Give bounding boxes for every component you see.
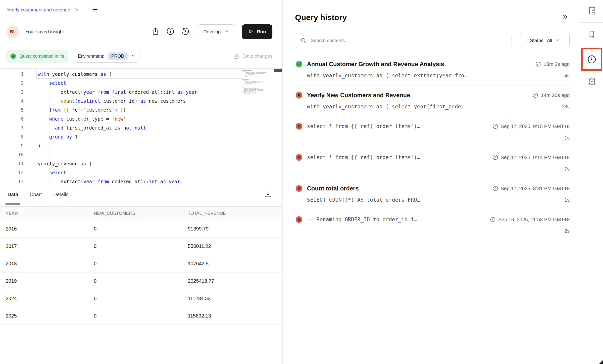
status-filter-value: All: [547, 38, 552, 43]
line-number: 5: [0, 105, 24, 114]
save-changes-button[interactable]: Save changes: [233, 53, 272, 60]
share-button[interactable]: [151, 27, 160, 37]
history-item[interactable]: -- Renaming ORDER_ID to order_id i…Sep 1…: [295, 210, 570, 241]
table-cell: 0: [94, 296, 188, 301]
develop-dropdown[interactable]: Develop: [197, 24, 235, 39]
run-label: Run: [257, 29, 266, 35]
history-item-row2: SELECT COUNT(*) AS total_orders FRO…1s: [295, 196, 570, 203]
status-filter-dropdown[interactable]: Status All: [520, 33, 570, 48]
download-icon: [264, 190, 272, 199]
table-row[interactable]: 20240111234.53: [0, 290, 282, 307]
line-number: 6: [0, 114, 24, 123]
chevron-down-icon: [131, 53, 136, 59]
history-item[interactable]: Annual Customer Growth and Revenue Analy…: [295, 55, 570, 86]
error-status-icon: [295, 184, 303, 192]
info-button[interactable]: [166, 27, 175, 37]
history-item-time: Sep 17, 2025, 9:15 PM GMT+8: [492, 123, 570, 129]
clock-icon: [532, 92, 538, 98]
clock-icon: [492, 123, 498, 129]
collapse-panel-button[interactable]: [560, 12, 570, 22]
history-item-preview: with yearly_customers as ( select extrac…: [307, 73, 564, 79]
new-tab-button[interactable]: [92, 6, 98, 14]
save-label: Save changes: [243, 53, 272, 59]
check-circle-icon: [10, 53, 16, 59]
rail-item-notebook[interactable]: [580, 6, 603, 15]
minimap-content: with yearly_customers as ( select extrac…: [242, 70, 275, 94]
right-icon-rail: [580, 0, 603, 364]
table-cell: 115892.13: [188, 313, 282, 319]
tab-yearly-customers-and-revenue[interactable]: Yearly customers and revenue: [0, 0, 86, 20]
run-button[interactable]: Run: [242, 24, 272, 39]
history-item[interactable]: Count total ordersSep 17, 2025, 8:31 PM …: [295, 179, 570, 210]
environment-selector[interactable]: Environment: PROD: [74, 50, 140, 63]
rail-item-bookmark[interactable]: [580, 30, 603, 39]
rail-item-clock-active[interactable]: [581, 48, 602, 71]
history-item-preview: SELECT COUNT(*) AS total_orders FRO…: [307, 197, 564, 203]
corner-cursor-mark: [599, 360, 603, 364]
results-tab-details[interactable]: Details: [53, 183, 68, 206]
tab-label: Yearly customers and revenue: [6, 7, 70, 13]
line-number: 9: [0, 141, 24, 150]
close-icon[interactable]: [74, 7, 79, 12]
table-cell: 107642.5: [188, 261, 282, 267]
table-row[interactable]: 20170550011.22: [0, 238, 282, 255]
history-item[interactable]: Yearly New Customers and Revenue14m 20s …: [295, 86, 570, 117]
history-item[interactable]: select * from {{ ref("order_items")…Sep …: [295, 117, 570, 148]
table-cell: 111234.53: [188, 296, 282, 301]
table-cell: 2017: [0, 243, 94, 249]
results-table-header: YEARNEW_CUSTOMERSTOTAL_REVENUE: [0, 206, 282, 220]
success-status-icon: [295, 60, 303, 68]
table-cell: 2024: [0, 296, 94, 301]
history-item-time: 14m 20s ago: [532, 92, 570, 98]
insight-title: Your saved insight: [25, 29, 64, 35]
table-row[interactable]: 20180107642.5: [0, 255, 282, 273]
history-icon: [181, 27, 190, 37]
history-item[interactable]: select * from {{ ref("order_items")…Sep …: [295, 148, 570, 179]
search-icon: [300, 37, 307, 44]
download-results-button[interactable]: [263, 190, 273, 200]
editor-gutter: 12345678910111213: [0, 69, 36, 183]
table-cell: 0: [94, 243, 188, 249]
table-cell: 2016: [0, 226, 94, 232]
table-row[interactable]: 2016091399.79: [0, 220, 282, 238]
sql-editor[interactable]: 12345678910111213 with yearly_customers …: [0, 69, 282, 183]
table-cell: 2025: [0, 313, 94, 319]
save-icon: [233, 53, 240, 60]
table-row[interactable]: 201902025418.77: [0, 273, 282, 290]
history-item-preview: select * from {{ ref("order_items")…: [307, 123, 488, 129]
history-item-row1: Annual Customer Growth and Revenue Analy…: [295, 60, 570, 68]
history-item-duration: 2s: [564, 228, 570, 234]
results-tab-chart[interactable]: Chart: [30, 183, 42, 206]
search-input[interactable]: [311, 38, 506, 43]
editor-minimap[interactable]: with yearly_customers as ( select extrac…: [242, 70, 275, 180]
history-item-row1: select * from {{ ref("order_items")…Sep …: [295, 122, 570, 130]
history-item-duration: 13s: [562, 104, 570, 110]
history-item-preview: select * from {{ ref("order_items")…: [307, 154, 488, 160]
history-item-duration: 1s: [564, 197, 570, 203]
query-status-badge: Query completed in 4s: [6, 50, 68, 63]
line-number: 2: [0, 79, 24, 88]
editor-scrollbar-thumb[interactable]: [274, 69, 282, 72]
version-history-button[interactable]: [181, 27, 190, 37]
history-item-row1: select * from {{ ref("order_items")…Sep …: [295, 153, 570, 161]
table-row[interactable]: 20250115892.13: [0, 307, 282, 325]
clock-icon: [492, 185, 498, 191]
table-cell: 0: [94, 313, 188, 319]
results-tab-data[interactable]: Data: [7, 183, 18, 206]
rail-item-compass[interactable]: [580, 77, 603, 87]
history-item-preview: -- Renaming ORDER_ID to order_id i…: [307, 217, 486, 223]
query-history-list: Annual Customer Growth and Revenue Analy…: [295, 55, 570, 241]
line-number: 11: [0, 159, 24, 168]
table-cell: 550011.22: [188, 243, 282, 249]
history-item-time: 13m 2s ago: [535, 61, 570, 67]
table-cell: 0: [94, 226, 188, 232]
indent-guide: [49, 69, 50, 183]
error-status-icon: [295, 91, 303, 99]
history-item-row2: with yearly_customers as ( select year(f…: [295, 103, 570, 110]
history-item-title: Yearly New Customers and Revenue: [307, 92, 528, 99]
history-item-duration: 1s: [564, 135, 570, 141]
line-number: 8: [0, 132, 24, 141]
results-tab-bar: DataChartDetails: [0, 183, 282, 206]
history-item-timestamp: 13m 2s ago: [544, 61, 570, 67]
history-item-row1: -- Renaming ORDER_ID to order_id i…Sep 1…: [295, 216, 570, 224]
